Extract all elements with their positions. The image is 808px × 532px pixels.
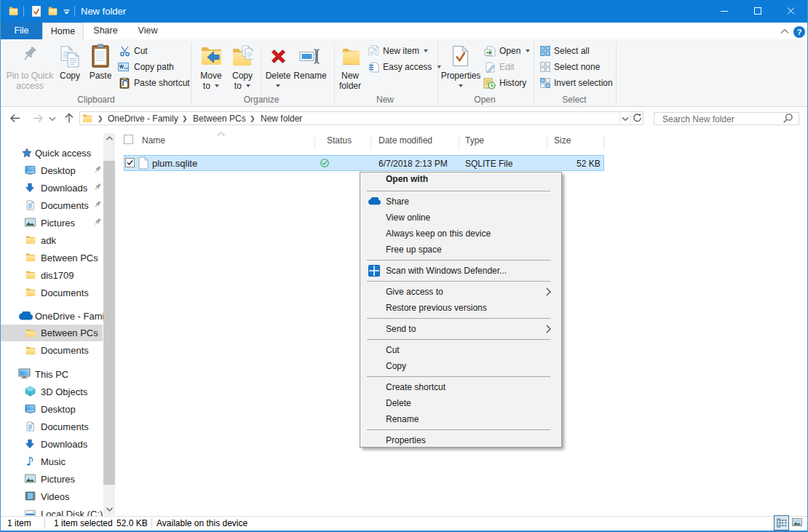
svg-text:?: ? bbox=[797, 28, 802, 36]
